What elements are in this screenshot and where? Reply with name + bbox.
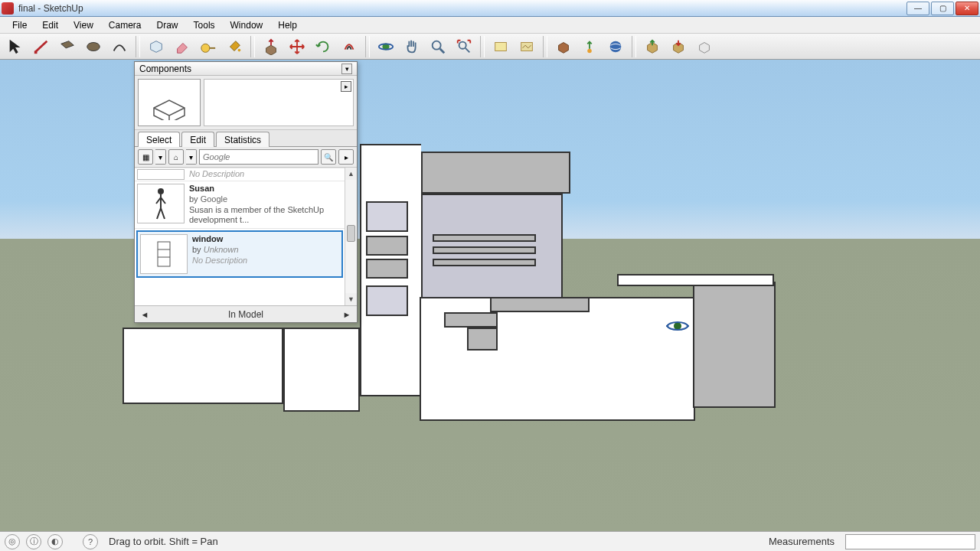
model-window [366, 201, 408, 232]
export-tool[interactable] [640, 36, 665, 57]
search-button[interactable]: 🔍 [321, 149, 336, 165]
tab-statistics[interactable]: Statistics [216, 132, 270, 147]
print-tool[interactable] [692, 36, 717, 57]
menu-help[interactable]: Help [270, 18, 305, 33]
model-shelf [433, 246, 536, 254]
scroll-track[interactable] [345, 180, 357, 293]
home-dropdown[interactable]: ▾ [186, 149, 197, 165]
component-name: window [192, 234, 339, 245]
component-desc: Susan is a member of the SketchUp develo… [189, 205, 342, 227]
model-window [366, 285, 408, 316]
model-roof [421, 152, 570, 194]
model-window [366, 236, 408, 256]
eraser-tool[interactable] [170, 36, 194, 57]
svg-point-3 [238, 48, 241, 51]
preview-ge-tool[interactable] [603, 36, 628, 57]
svg-point-7 [459, 41, 466, 48]
measurements-input[interactable] [845, 534, 975, 549]
svg-point-2 [201, 44, 210, 52]
arc-tool[interactable] [107, 36, 132, 57]
help-icon[interactable]: ? [83, 534, 98, 549]
main-toolbar [0, 34, 980, 60]
select-tool[interactable] [3, 36, 28, 57]
menu-camera[interactable]: Camera [101, 18, 149, 33]
panel-titlebar[interactable]: Components ▾ [135, 62, 357, 76]
menu-window[interactable]: Window [223, 18, 271, 33]
import-tool[interactable] [666, 36, 691, 57]
model-wall-top [617, 274, 774, 286]
rectangle-tool[interactable] [55, 36, 80, 57]
paint-bucket-tool[interactable] [222, 36, 247, 57]
scroll-up-icon[interactable]: ▲ [345, 168, 357, 180]
model-step [444, 312, 498, 328]
offset-tool[interactable] [337, 36, 361, 57]
add-location-tool[interactable] [488, 36, 513, 57]
menu-draw[interactable]: Draw [149, 18, 186, 33]
nav-back-button[interactable]: ◄ [138, 308, 152, 321]
tab-edit[interactable]: Edit [181, 132, 214, 147]
view-mode-dropdown[interactable]: ▾ [155, 149, 166, 165]
view-mode-button[interactable]: ▦ [138, 149, 153, 165]
rotate-tool[interactable] [311, 36, 335, 57]
list-item-selected[interactable]: window by Unknown No Description [136, 230, 343, 278]
collection-label: In Model [152, 309, 340, 320]
svg-point-10 [587, 48, 592, 53]
svg-point-14 [158, 188, 164, 194]
component-thumb [137, 169, 185, 180]
credits-icon[interactable]: ⓘ [26, 534, 41, 549]
model-step [490, 297, 590, 312]
share-model-tool[interactable] [577, 36, 602, 57]
svg-point-11 [610, 41, 622, 52]
pan-tool[interactable] [400, 36, 424, 57]
sync-icon[interactable]: ◐ [47, 534, 63, 549]
toggle-terrain-tool[interactable] [514, 36, 539, 57]
orbit-cursor-icon [666, 317, 689, 335]
nav-forward-button[interactable]: ► [340, 308, 354, 321]
expand-preview-button[interactable]: ▸ [341, 81, 351, 92]
component-preview-desc[interactable]: ▸ [204, 79, 354, 126]
maximize-button[interactable]: ▢ [931, 2, 954, 15]
svg-rect-8 [495, 42, 507, 51]
menu-bar: File Edit View Camera Draw Tools Window … [0, 17, 980, 34]
list-scrollbar[interactable]: ▲ ▼ [345, 168, 357, 305]
panel-footer: ◄ In Model ► [135, 305, 357, 322]
status-bar: ◎ ⓘ ◐ ? Drag to orbit. Shift = Pan Measu… [0, 531, 980, 551]
list-item[interactable]: Susan by Google Susan is a member of the… [135, 181, 345, 229]
component-desc: No Description [189, 169, 342, 180]
components-panel[interactable]: Components ▾ ▸ Select Edit Statistics ▦ … [134, 61, 358, 323]
panel-search-row: ▦ ▾ ⌂ ▾ 🔍 ▸ [135, 147, 357, 168]
zoom-tool[interactable] [426, 36, 450, 57]
menu-edit[interactable]: Edit [34, 18, 66, 33]
3d-viewport[interactable]: Components ▾ ▸ Select Edit Statistics ▦ … [0, 60, 980, 531]
model-step [467, 328, 498, 350]
svg-point-12 [674, 322, 681, 330]
component-preview-thumb[interactable] [138, 79, 201, 126]
close-button[interactable]: ✕ [956, 2, 978, 15]
list-item[interactable]: No Description [135, 168, 345, 181]
panel-collapse-button[interactable]: ▾ [341, 64, 352, 74]
scroll-thumb[interactable] [347, 225, 355, 242]
tab-select[interactable]: Select [138, 132, 180, 147]
panel-tabs: Select Edit Statistics [135, 130, 357, 147]
scroll-down-icon[interactable]: ▼ [345, 293, 357, 305]
line-tool[interactable] [29, 36, 54, 57]
minimize-button[interactable]: — [906, 2, 929, 15]
search-input[interactable] [199, 149, 318, 165]
circle-tool[interactable] [81, 36, 106, 57]
measurements-label: Measurements [769, 536, 835, 547]
get-models-tool[interactable] [551, 36, 576, 57]
zoom-extents-tool[interactable] [452, 36, 476, 57]
menu-view[interactable]: View [66, 18, 101, 33]
make-component-tool[interactable] [144, 36, 168, 57]
search-expand-button[interactable]: ▸ [338, 149, 354, 165]
push-pull-tool[interactable] [259, 36, 283, 57]
home-button[interactable]: ⌂ [168, 149, 184, 165]
svg-point-1 [87, 42, 100, 51]
tape-measure-tool[interactable] [196, 36, 220, 57]
svg-rect-15 [158, 242, 170, 266]
geolocation-icon[interactable]: ◎ [5, 534, 20, 549]
move-tool[interactable] [285, 36, 309, 57]
orbit-tool[interactable] [374, 36, 398, 57]
menu-tools[interactable]: Tools [186, 18, 223, 33]
menu-file[interactable]: File [5, 18, 34, 33]
